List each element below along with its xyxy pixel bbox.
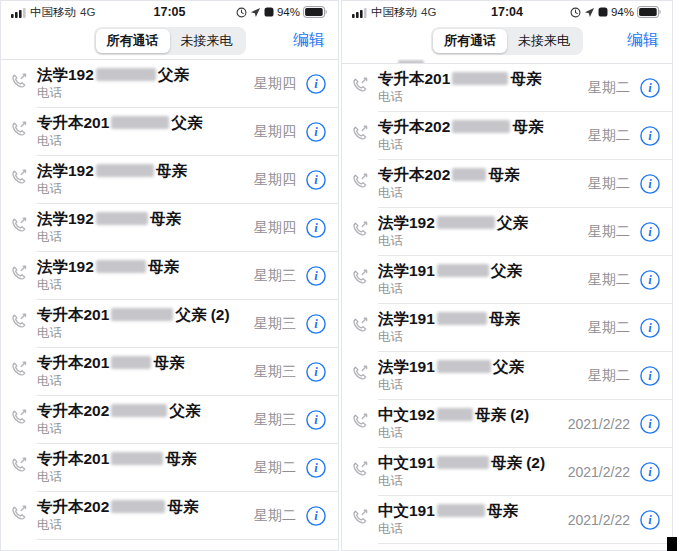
screenshot-right: 中国移动 4G 17:04 94% 所有通话 未接来电 编辑 (341, 0, 673, 551)
call-log-row[interactable]: 专升本202母亲 电话 星期二 i (342, 160, 672, 208)
status-bar: 中国移动 4G 17:05 94% (1, 1, 338, 23)
call-type-label: 电话 (378, 185, 588, 202)
redaction-blur (111, 116, 169, 129)
call-log-row[interactable]: 中文191母亲 (2) 电话 2021/2/22 i (342, 448, 672, 496)
info-icon[interactable]: i (639, 317, 661, 339)
svg-text:i: i (314, 365, 318, 379)
caller-name: 专升本201父亲 (37, 114, 254, 132)
outgoing-call-icon (11, 72, 28, 89)
tab-missed-calls[interactable]: 未接来电 (507, 29, 581, 53)
info-icon[interactable]: i (305, 265, 327, 287)
tab-all-calls[interactable]: 所有通话 (96, 29, 170, 53)
svg-text:i: i (314, 461, 318, 475)
svg-text:i: i (648, 225, 652, 239)
redaction-blur (96, 164, 154, 177)
call-log-row[interactable]: 专升本201母亲 电话 星期二 i (1, 444, 338, 492)
battery-icon (637, 6, 662, 18)
info-icon[interactable]: i (639, 461, 661, 483)
call-date-label: 星期二 (588, 175, 630, 193)
call-date-label: 2021/2/22 (568, 464, 630, 480)
call-date-label: 星期四 (254, 171, 296, 189)
outgoing-call-icon (352, 172, 369, 189)
svg-text:i: i (314, 125, 318, 139)
info-icon[interactable]: i (639, 125, 661, 147)
caller-name: 专升本201父亲 (2) (37, 306, 254, 324)
call-log-row[interactable]: 法学192母亲 电话 星期三 i (1, 252, 338, 300)
cursor-artifact-black-mark (667, 537, 677, 551)
alarm-clock-icon (236, 7, 247, 18)
redaction-blur (437, 504, 485, 517)
info-icon[interactable]: i (639, 509, 661, 531)
screenshot-left: 中国移动 4G 17:05 94% 所有通话 未接来电 编辑 (0, 0, 339, 551)
call-log-row[interactable]: 专升本201父亲 (2) 电话 星期三 i (1, 300, 338, 348)
call-date-label: 星期三 (254, 363, 296, 381)
call-type-label: 电话 (37, 133, 254, 150)
svg-text:i: i (648, 321, 652, 335)
info-icon[interactable]: i (305, 313, 327, 335)
info-icon[interactable]: i (639, 413, 661, 435)
call-log-row[interactable]: 法学192母亲 电话 星期四 i (1, 204, 338, 252)
info-icon[interactable]: i (305, 409, 327, 431)
call-log-row[interactable]: 专升本201母亲 电话 星期三 i (1, 348, 338, 396)
caller-name: 法学191母亲 (378, 310, 588, 328)
info-icon[interactable]: i (639, 77, 661, 99)
info-icon[interactable]: i (305, 73, 327, 95)
info-icon[interactable]: i (305, 457, 327, 479)
call-log-row[interactable]: 中文192母亲 (2) 电话 2021/2/22 i (342, 400, 672, 448)
call-log-row[interactable]: 法学192父亲 电话 星期四 i (1, 60, 338, 108)
call-type-label: 电话 (37, 517, 254, 534)
call-log-row[interactable]: 法学192父亲 电话 星期二 i (342, 208, 672, 256)
call-log-row[interactable]: 法学191母亲 电话 星期二 i (342, 304, 672, 352)
caller-name-prefix: 法学192 (378, 214, 435, 232)
info-icon[interactable]: i (305, 505, 327, 527)
call-log-row[interactable]: 专升本202父亲 电话 星期三 i (1, 396, 338, 444)
call-date-label: 星期三 (254, 267, 296, 285)
info-icon[interactable]: i (639, 221, 661, 243)
redaction-blur (437, 408, 473, 421)
info-icon[interactable]: i (305, 121, 327, 143)
call-log-row[interactable]: 中文191母亲 电话 2021/2/22 i (342, 496, 672, 544)
edit-button[interactable]: 编辑 (627, 30, 659, 51)
info-icon[interactable]: i (305, 217, 327, 239)
call-log-row[interactable]: 专升本201父亲 电话 星期四 i (1, 108, 338, 156)
call-type-label: 电话 (378, 425, 568, 442)
info-icon[interactable]: i (305, 169, 327, 191)
caller-name: 法学192父亲 (37, 66, 254, 84)
info-icon[interactable]: i (305, 361, 327, 383)
svg-text:i: i (648, 369, 652, 383)
call-date-label: 星期二 (254, 459, 296, 477)
info-icon[interactable]: i (639, 365, 661, 387)
row-divider (37, 539, 338, 540)
info-icon[interactable]: i (639, 269, 661, 291)
redaction-blur (111, 452, 163, 465)
edit-button[interactable]: 编辑 (293, 30, 325, 51)
outgoing-call-icon (11, 504, 28, 521)
call-log-row[interactable]: 法学192母亲 电话 星期四 i (1, 156, 338, 204)
caller-name-prefix: 专升本202 (37, 498, 109, 516)
caller-name-suffix: 母亲 (165, 450, 196, 468)
caller-name: 专升本202父亲 (37, 402, 254, 420)
alarm-clock-icon (570, 7, 581, 18)
outgoing-call-icon (11, 168, 28, 185)
outgoing-call-icon (11, 264, 28, 281)
call-log-row[interactable]: 法学191父亲 电话 星期二 i (342, 256, 672, 304)
svg-text:i: i (314, 509, 318, 523)
call-log-row[interactable]: 专升本201母亲 电话 星期二 i (342, 64, 672, 112)
tab-all-calls[interactable]: 所有通话 (433, 29, 507, 53)
caller-name-suffix: 父亲 (493, 358, 524, 376)
caller-name-prefix: 专升本202 (378, 118, 450, 136)
info-icon[interactable]: i (639, 173, 661, 195)
caller-name-suffix: 父亲 (158, 66, 189, 84)
call-type-label: 电话 (37, 229, 254, 246)
redaction-blur (96, 212, 148, 225)
caller-name-prefix: 中文191 (378, 502, 435, 520)
call-log-row[interactable]: 专升本202母亲 电话 星期二 i (342, 112, 672, 160)
call-log-row[interactable]: 专升本202母亲 电话 星期二 i (1, 492, 338, 540)
caller-name: 中文192母亲 (2) (378, 406, 568, 424)
call-log-row[interactable]: 法学191父亲 电话 星期二 i (342, 352, 672, 400)
call-date-label: 星期二 (588, 367, 630, 385)
svg-text:i: i (648, 417, 652, 431)
call-type-label: 电话 (37, 181, 254, 198)
caller-name-suffix: 母亲 (2) (491, 454, 545, 472)
tab-missed-calls[interactable]: 未接来电 (170, 29, 244, 53)
